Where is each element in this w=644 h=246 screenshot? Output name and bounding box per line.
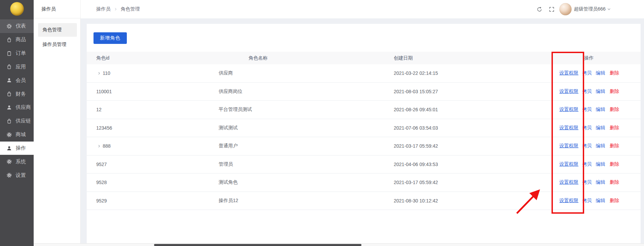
- table-card: 新增角色 角色id 角色名称 创建日期 操作 110供应商2021-03-22 …: [87, 24, 641, 244]
- horizontal-scrollbar[interactable]: [34, 243, 644, 246]
- copy-link[interactable]: 拷贝: [582, 143, 592, 149]
- edit-link[interactable]: 编辑: [596, 125, 605, 131]
- sidebar-item-9[interactable]: 操作: [0, 142, 34, 155]
- cell-action-3: 删除: [610, 101, 619, 119]
- sidebar-item-1[interactable]: 商品: [0, 33, 34, 47]
- set-permissions-link[interactable]: 设置权限: [559, 179, 578, 185]
- set-permissions-link[interactable]: 设置权限: [559, 161, 578, 167]
- edit-link[interactable]: 编辑: [596, 88, 605, 95]
- delete-link[interactable]: 删除: [610, 70, 619, 76]
- set-permissions-link[interactable]: 设置权限: [559, 88, 578, 95]
- cell-role-id: 12: [96, 101, 102, 119]
- table-row: 888普通用户2021-03-17 05:59:42设置权限拷贝编辑删除: [87, 137, 641, 155]
- copy-link[interactable]: 拷贝: [582, 198, 592, 204]
- set-permissions-link[interactable]: 设置权限: [559, 70, 578, 76]
- sidebar-item-label: 应用: [16, 64, 26, 70]
- table-row: 9529操作员122021-08-30 10:12:42设置权限拷贝编辑删除: [87, 192, 641, 210]
- breadcrumb-parent[interactable]: 操作员: [96, 6, 111, 12]
- copy-link[interactable]: 拷贝: [582, 161, 592, 167]
- sidebar-item-3[interactable]: 应用: [0, 60, 34, 74]
- edit-link[interactable]: 编辑: [596, 161, 605, 167]
- sidebar-item-label: 商城: [16, 131, 26, 138]
- edit-link[interactable]: 编辑: [596, 106, 605, 113]
- submenu-item-label: 角色管理: [43, 27, 62, 33]
- sidebar-item-2[interactable]: 订单: [0, 47, 34, 60]
- edit-link[interactable]: 编辑: [596, 179, 605, 185]
- cell-role-id: 123456: [96, 119, 112, 137]
- sidebar-item-label: 系统: [16, 159, 26, 165]
- sidebar-item-7[interactable]: 供应链: [0, 114, 34, 128]
- app-root: 仪表商品订单应用会员财务供应商供应链商城操作系统设置 操作员 角色管理操作员管理…: [0, 0, 644, 246]
- edit-link[interactable]: 编辑: [596, 70, 605, 76]
- copy-link[interactable]: 拷贝: [582, 106, 592, 113]
- edit-link[interactable]: 编辑: [596, 198, 605, 204]
- cell-action-2: 编辑: [596, 155, 605, 174]
- person-icon: [6, 78, 12, 83]
- cell-action-2: 编辑: [596, 192, 605, 210]
- table-row: 12平台管理员测试2021-08-26 09:45:01设置权限拷贝编辑删除: [87, 101, 641, 119]
- cell-action-2: 编辑: [596, 137, 605, 155]
- copy-link[interactable]: 拷贝: [582, 88, 592, 95]
- delete-link[interactable]: 删除: [610, 143, 619, 149]
- copy-link[interactable]: 拷贝: [582, 179, 592, 185]
- delete-link[interactable]: 删除: [610, 198, 619, 204]
- sidebar-item-label: 仪表: [16, 23, 26, 29]
- delete-link[interactable]: 删除: [610, 125, 619, 131]
- cell-action-0: 设置权限: [559, 174, 578, 192]
- cell-created-date: 2021-03-17 05:59:42: [394, 174, 438, 192]
- chevron-right-icon: [114, 7, 118, 11]
- sidebar-item-label: 供应商: [16, 104, 31, 111]
- table-body: 110供应商2021-03-22 02:14:15设置权限拷贝编辑删除11000…: [87, 64, 641, 210]
- table-row: 110001供应商岗位2021-08-03 15:05:27设置权限拷贝编辑删除: [87, 83, 641, 101]
- set-permissions-link[interactable]: 设置权限: [559, 198, 578, 204]
- table-row: 9528测试角色2021-03-17 05:59:42设置权限拷贝编辑删除: [87, 174, 641, 192]
- cell-action-1: 拷贝: [582, 83, 592, 101]
- sidebar-item-6[interactable]: 供应商: [0, 101, 34, 114]
- cell-action-0: 设置权限: [559, 64, 578, 82]
- user-avatar[interactable]: [559, 3, 572, 15]
- set-permissions-link[interactable]: 设置权限: [559, 106, 578, 113]
- sidebar-item-8[interactable]: 商城: [0, 128, 34, 142]
- sidebar-item-label: 设置: [16, 172, 26, 179]
- cell-role-name: 操作员12: [219, 192, 238, 210]
- copy-link[interactable]: 拷贝: [582, 125, 592, 131]
- cell-action-1: 拷贝: [582, 64, 592, 82]
- cell-action-1: 拷贝: [582, 155, 592, 174]
- delete-link[interactable]: 删除: [610, 179, 619, 185]
- cell-action-0: 设置权限: [559, 192, 578, 210]
- sidebar-item-4[interactable]: 会员: [0, 73, 34, 87]
- sidebar-item-5[interactable]: 财务: [0, 87, 34, 101]
- submenu-title: 操作员: [34, 0, 80, 18]
- sidebar-item-label: 财务: [16, 91, 26, 97]
- cell-action-3: 删除: [610, 192, 619, 210]
- delete-link[interactable]: 删除: [610, 161, 619, 167]
- cell-action-3: 删除: [610, 83, 619, 101]
- cell-action-3: 删除: [610, 155, 619, 174]
- edit-link[interactable]: 编辑: [596, 143, 605, 149]
- cell-created-date: 2021-03-17 05:59:42: [394, 137, 438, 155]
- cell-role-name: 供应商岗位: [219, 83, 242, 101]
- refresh-icon[interactable]: [537, 6, 542, 12]
- submenu-item-1[interactable]: 操作员管理: [38, 38, 77, 51]
- add-role-button[interactable]: 新增角色: [94, 32, 127, 44]
- fullscreen-icon[interactable]: [549, 6, 555, 12]
- bag-icon: [6, 64, 12, 69]
- bag-icon: [6, 37, 12, 43]
- person-icon: [6, 146, 12, 151]
- expand-row-icon[interactable]: [97, 64, 101, 82]
- copy-link[interactable]: 拷贝: [582, 70, 592, 76]
- sidebar-item-0[interactable]: 仪表: [0, 19, 34, 33]
- chevron-down-icon: [607, 7, 611, 11]
- set-permissions-link[interactable]: 设置权限: [559, 125, 578, 131]
- delete-link[interactable]: 删除: [610, 106, 619, 113]
- delete-link[interactable]: 删除: [610, 88, 619, 95]
- sidebar-item-10[interactable]: 系统: [0, 155, 34, 168]
- cell-action-1: 拷贝: [582, 174, 592, 192]
- set-permissions-link[interactable]: 设置权限: [559, 143, 578, 149]
- user-menu[interactable]: 超级管理员666: [574, 6, 611, 12]
- app-logo[interactable]: [10, 2, 24, 16]
- expand-row-icon[interactable]: [97, 137, 101, 155]
- sidebar-item-11[interactable]: 设置: [0, 168, 34, 182]
- scrollbar-thumb[interactable]: [154, 244, 361, 246]
- submenu-item-0[interactable]: 角色管理: [38, 23, 77, 37]
